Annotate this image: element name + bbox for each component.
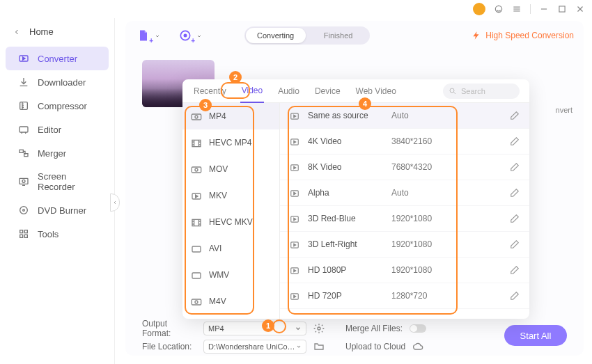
svg-marker-56: [294, 295, 296, 298]
preset-res: 3840*2160: [391, 136, 510, 146]
close-icon[interactable]: [575, 4, 585, 14]
sidebar-item-label: Editor: [38, 125, 61, 135]
svg-rect-31: [192, 140, 201, 146]
svg-rect-39: [192, 299, 201, 305]
svg-marker-50: [294, 218, 296, 221]
open-folder-icon[interactable]: [313, 341, 325, 352]
sidebar-item-editor[interactable]: Editor: [6, 118, 109, 141]
search-icon: [449, 87, 457, 95]
tab-finished[interactable]: Finished: [307, 31, 370, 40]
high-speed-button[interactable]: High Speed Conversion: [472, 31, 574, 40]
edit-preset-icon[interactable]: [510, 214, 520, 223]
support-icon[interactable]: [494, 4, 504, 14]
status-toggle[interactable]: Converting Finished: [244, 26, 370, 45]
preset-res: Auto: [391, 188, 510, 198]
preset-name: 8K Video: [308, 162, 391, 172]
svg-point-33: [195, 168, 198, 171]
annotation-marker-4: 4: [359, 97, 371, 110]
preset-res: 1920*1080: [391, 239, 510, 249]
format-item-hevc-mp4[interactable]: HEVC MP4: [182, 129, 279, 156]
preset-item[interactable]: 8K Video7680*4320: [280, 155, 529, 180]
svg-marker-46: [294, 166, 296, 169]
chevron-down-icon: [295, 325, 302, 332]
preset-name: Alpha: [308, 188, 391, 198]
edit-preset-icon[interactable]: [510, 162, 520, 172]
sidebar-collapse-handle[interactable]: [110, 193, 120, 212]
menu-icon[interactable]: [512, 4, 522, 14]
video-icon: [191, 244, 202, 253]
format-label: M4V: [209, 296, 226, 306]
sidebar-item-merger[interactable]: Merger: [6, 141, 109, 165]
format-item-wmv[interactable]: WMV: [182, 262, 279, 288]
svg-rect-19: [24, 230, 27, 233]
download-icon: [18, 77, 29, 88]
format-item-mp4[interactable]: MP4: [182, 103, 279, 129]
svg-rect-11: [20, 127, 28, 132]
tab-recently[interactable]: Recently: [192, 79, 228, 103]
preset-item[interactable]: Same as sourceAuto: [280, 103, 529, 129]
preset-item[interactable]: HD 720P1280*720: [280, 283, 529, 309]
compress-icon: [18, 100, 29, 111]
preset-item[interactable]: 3D Red-Blue1920*1080: [280, 206, 529, 232]
output-format-label: Output Format:: [142, 319, 196, 338]
file-location-label: File Location:: [142, 342, 196, 351]
format-item-mov[interactable]: MOV: [182, 156, 279, 182]
format-item-mkv[interactable]: MKV: [182, 182, 279, 209]
preset-res: 1920*1080: [391, 265, 510, 275]
file-location-select[interactable]: D:\Wondershare UniConverter 1: [203, 340, 306, 354]
preset-res: 1280*720: [391, 291, 510, 301]
svg-point-17: [23, 209, 25, 212]
cloud-icon[interactable]: [412, 341, 423, 352]
annotation-marker-2: 2: [229, 71, 242, 84]
tab-audio[interactable]: Audio: [276, 79, 301, 103]
video-icon: [191, 296, 202, 306]
sidebar-item-converter[interactable]: Converter: [6, 47, 109, 70]
svg-rect-29: [192, 114, 201, 120]
settings-icon[interactable]: [313, 323, 325, 334]
dvd-icon: [18, 205, 29, 216]
sidebar-item-dvd-burner[interactable]: DVD Burner: [6, 198, 109, 222]
minimize-icon[interactable]: [539, 4, 549, 14]
preset-item[interactable]: 4K Video3840*2160: [280, 129, 529, 155]
format-item-hevc-mkv[interactable]: HEVC MKV: [182, 209, 279, 235]
svg-marker-44: [294, 141, 296, 143]
sidebar-item-screen-recorder[interactable]: Screen Recorder: [6, 165, 109, 198]
sidebar-item-label: Tools: [38, 229, 59, 239]
format-label: MKV: [209, 191, 227, 200]
sidebar-item-compressor[interactable]: Compressor: [6, 94, 109, 118]
start-all-button[interactable]: Start All: [504, 325, 567, 346]
sidebar-item-downloader[interactable]: Downloader: [6, 70, 109, 94]
home-button[interactable]: Home: [0, 21, 114, 47]
edit-preset-icon[interactable]: [510, 239, 520, 249]
tab-video[interactable]: Video: [240, 79, 264, 103]
merge-switch[interactable]: [410, 324, 426, 333]
edit-preset-icon[interactable]: [510, 265, 520, 275]
convert-button-partial[interactable]: nvert: [556, 106, 572, 114]
converter-icon: [18, 53, 29, 64]
chevron-down-icon: [296, 343, 302, 350]
format-item-avi[interactable]: AVI: [182, 235, 279, 262]
preset-item[interactable]: AlphaAuto: [280, 180, 529, 206]
maximize-icon[interactable]: [557, 4, 567, 14]
edit-preset-icon[interactable]: [510, 111, 520, 120]
search-input[interactable]: Search: [443, 84, 520, 99]
edit-preset-icon[interactable]: [510, 291, 520, 301]
avatar[interactable]: [473, 3, 485, 15]
preset-item[interactable]: HD 1080P1920*1080: [280, 258, 529, 283]
tab-device[interactable]: Device: [313, 79, 342, 103]
edit-preset-icon[interactable]: [510, 188, 520, 198]
svg-rect-37: [192, 246, 201, 252]
sidebar-item-tools[interactable]: Tools: [6, 222, 109, 246]
preset-name: HD 720P: [308, 291, 391, 301]
preset-item[interactable]: 3D Left-Right1920*1080: [280, 232, 529, 258]
preset-list: Same as sourceAuto 4K Video3840*2160 8K …: [280, 103, 529, 319]
svg-rect-21: [24, 235, 27, 237]
add-dvd-button[interactable]: +: [177, 28, 194, 43]
sidebar: Home Converter Downloader Compressor Edi…: [0, 18, 115, 364]
annotation-marker-1: 1: [262, 319, 274, 332]
output-format-select[interactable]: MP4: [203, 322, 306, 335]
add-file-button[interactable]: +: [135, 28, 152, 43]
format-item-m4v[interactable]: M4V: [182, 288, 279, 315]
tab-converting[interactable]: Converting: [244, 31, 307, 40]
edit-preset-icon[interactable]: [510, 136, 520, 146]
